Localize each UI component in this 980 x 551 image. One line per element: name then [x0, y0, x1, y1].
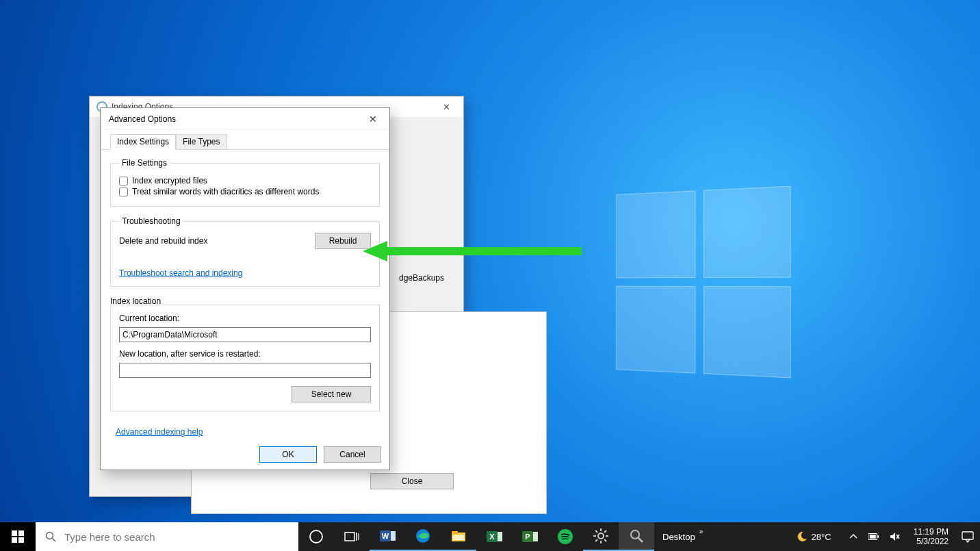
cortana-button[interactable] [298, 522, 334, 551]
search-icon [45, 531, 56, 542]
cancel-button[interactable]: Cancel [324, 446, 381, 463]
weather-widget[interactable]: 28°C [787, 531, 841, 542]
checkbox-diacritics-input[interactable] [119, 188, 128, 196]
svg-rect-41 [962, 532, 973, 539]
close-button[interactable]: Close [370, 473, 454, 489]
svg-rect-3 [12, 537, 17, 543]
indexing-options-taskbar-icon[interactable] [619, 522, 654, 551]
svg-line-32 [595, 539, 597, 541]
weather-temp: 28°C [812, 532, 831, 542]
svg-rect-16 [452, 531, 458, 534]
windows-logo-wallpaper [616, 185, 792, 379]
start-button[interactable] [0, 522, 36, 551]
svg-text:P: P [525, 533, 530, 541]
svg-rect-38 [869, 535, 875, 538]
checkbox-index-encrypted-label: Index encrypted files [132, 176, 207, 185]
checkbox-diacritics[interactable]: Treat similar words with diacritics as d… [119, 187, 371, 196]
task-view-button[interactable] [334, 522, 370, 551]
troubleshooting-legend: Troubleshooting [119, 216, 183, 226]
svg-point-5 [47, 533, 53, 539]
svg-line-6 [53, 539, 56, 542]
svg-rect-4 [18, 537, 24, 543]
action-center-icon[interactable] [955, 522, 980, 551]
svg-rect-23 [533, 532, 538, 541]
gear-icon [592, 527, 610, 545]
spotify-app-icon[interactable] [547, 522, 583, 551]
file-settings-group: File Settings Index encrypted files Trea… [110, 158, 380, 207]
file-settings-legend: File Settings [119, 158, 170, 168]
troubleshoot-link[interactable]: Troubleshoot search and indexing [119, 268, 242, 278]
tab-index-settings[interactable]: Index Settings [110, 134, 176, 150]
svg-point-7 [310, 530, 322, 543]
rebuild-label: Delete and rebuild index [119, 236, 207, 246]
new-location-field[interactable] [119, 363, 371, 378]
svg-rect-17 [453, 535, 464, 540]
battery-icon[interactable] [868, 531, 879, 542]
checkbox-diacritics-label: Treat similar words with diacritics as d… [132, 187, 319, 196]
advanced-help-link[interactable]: Advanced indexing help [116, 427, 203, 437]
advanced-options-titlebar[interactable]: Advanced Options [101, 108, 389, 130]
svg-rect-1 [12, 530, 17, 536]
project-app-icon[interactable]: P [512, 522, 547, 551]
volume-muted-icon[interactable] [889, 531, 900, 542]
svg-rect-8 [345, 533, 354, 541]
dialog-title: Advanced Options [109, 114, 176, 124]
file-explorer-icon[interactable] [441, 522, 476, 551]
checkbox-index-encrypted[interactable]: Index encrypted files [119, 176, 371, 185]
clock-date: 5/3/2022 [914, 537, 949, 546]
chevron-right-icon: » [699, 528, 704, 535]
svg-rect-2 [18, 530, 24, 536]
desktop-toolbar[interactable]: Desktop » [654, 532, 710, 542]
tab-bar: Index Settings File Types [101, 130, 389, 150]
svg-text:X: X [489, 533, 495, 541]
svg-rect-37 [877, 535, 879, 538]
word-app-icon[interactable]: W [370, 522, 405, 551]
edge-app-icon[interactable] [405, 522, 441, 551]
chevron-up-icon[interactable] [848, 531, 859, 542]
taskbar-search[interactable]: Type here to search [36, 522, 298, 551]
obscured-list-item: dgeBackups [399, 273, 444, 283]
select-new-button[interactable]: Select new [292, 386, 371, 402]
settings-app-icon[interactable] [583, 522, 619, 551]
search-placeholder: Type here to search [64, 531, 155, 543]
clock-time: 11:19 PM [914, 527, 949, 537]
close-icon[interactable]: ✕ [359, 111, 387, 127]
current-location-label: Current location: [119, 313, 371, 323]
index-location-group: Current location: New location, after se… [110, 305, 380, 411]
new-location-label: New location, after service is restarted… [119, 349, 371, 359]
taskbar-clock[interactable]: 11:19 PM 5/3/2022 [907, 527, 955, 546]
svg-line-31 [604, 539, 606, 541]
current-location-field[interactable] [119, 327, 371, 342]
desktop-toolbar-label: Desktop [662, 532, 695, 542]
svg-line-33 [604, 530, 606, 533]
svg-line-35 [639, 538, 643, 542]
svg-rect-20 [498, 532, 502, 541]
svg-point-34 [631, 530, 639, 539]
checkbox-index-encrypted-input[interactable] [119, 177, 128, 185]
tab-file-types[interactable]: File Types [176, 134, 227, 149]
rebuild-button[interactable]: Rebuild [315, 233, 371, 249]
close-icon[interactable]: ✕ [435, 99, 458, 114]
ok-button[interactable]: OK [259, 446, 317, 463]
advanced-options-dialog: Advanced Options ✕ Index Settings File T… [100, 107, 390, 470]
taskbar: Type here to search W X P [0, 522, 980, 551]
svg-line-30 [595, 530, 597, 533]
svg-rect-13 [391, 531, 396, 541]
excel-app-icon[interactable]: X [476, 522, 512, 551]
moon-icon [797, 531, 808, 542]
desktop-background: Indexing Options ✕ I dgeBackups H T Clos… [0, 0, 980, 551]
svg-point-25 [598, 533, 604, 539]
svg-text:W: W [382, 532, 389, 540]
search-settings-icon [628, 527, 645, 545]
troubleshooting-group: Troubleshooting Delete and rebuild index… [110, 216, 380, 287]
